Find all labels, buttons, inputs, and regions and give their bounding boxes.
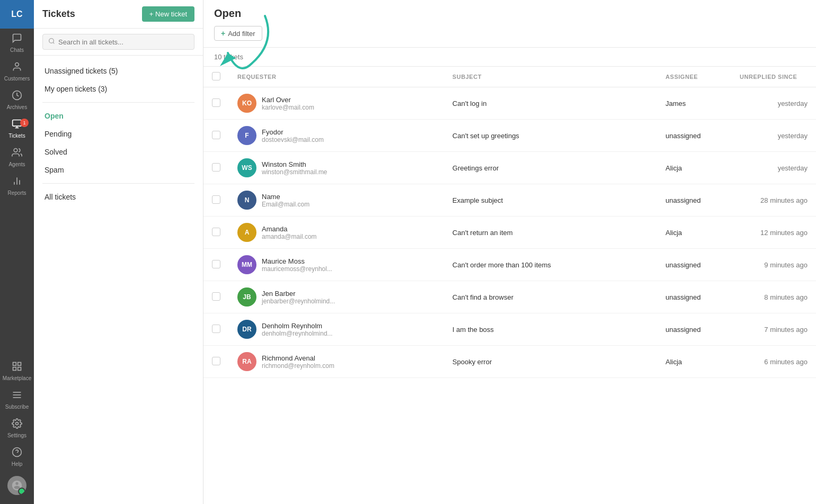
select-all-checkbox[interactable] [212, 72, 220, 80]
nav-label-subscribe: Subscribe [5, 404, 29, 410]
left-nav: LC Chats Customers Archives 1 Tickets [0, 0, 34, 504]
nav-item-settings[interactable]: Settings [0, 414, 34, 443]
header-unreplied: UNREPLIED SINCE [731, 67, 816, 87]
user-avatar [7, 476, 26, 495]
row-checkbox[interactable] [212, 228, 220, 236]
nav-label-reports: Reports [7, 190, 26, 196]
svg-point-16 [16, 422, 19, 425]
nav-item-help[interactable]: Help [0, 443, 34, 471]
nav-item-marketplace[interactable]: Marketplace [0, 357, 34, 385]
requester-name: Maurice Moss [262, 257, 332, 265]
row-subject: Can't log in [444, 87, 657, 120]
header-subject: SUBJECT [444, 67, 657, 87]
requester-email: mauricemoss@reynhol... [262, 265, 332, 273]
table-row[interactable]: WS Winston Smith winston@smithmail.me Gr… [203, 152, 816, 184]
row-requester: A Amanda amanda@mail.com [229, 217, 444, 249]
row-subject: Can't set up greetings [444, 120, 657, 152]
requester-avatar: MM [237, 255, 256, 274]
tickets-tbody: KO Karl Over karlove@mail.com Can't log … [203, 87, 816, 378]
requester-avatar: N [237, 191, 256, 210]
table-row[interactable]: A Amanda amanda@mail.com Can't return an… [203, 217, 816, 249]
row-requester: DR Denholm Reynholm denholm@reynholmind.… [229, 313, 444, 346]
row-checkbox[interactable] [212, 163, 220, 172]
reports-icon [12, 176, 22, 189]
requester-info: Denholm Reynholm denholm@reynholmind... [262, 322, 333, 337]
requester-avatar: F [237, 126, 256, 145]
requester-avatar: KO [237, 94, 256, 113]
nav-label-settings: Settings [7, 433, 26, 439]
requester-info: Name Email@mail.com [262, 193, 309, 208]
sidebar-item-pending-label: Pending [45, 130, 72, 138]
requester-name: Name [262, 193, 309, 201]
table-row[interactable]: F Fyodor dostoevski@mail.com Can't set u… [203, 120, 816, 152]
add-filter-button[interactable]: + Add filter [214, 26, 262, 41]
table-row[interactable]: MM Maurice Moss mauricemoss@reynhol... C… [203, 249, 816, 281]
user-avatar-nav[interactable] [0, 471, 34, 500]
table-row[interactable]: RA Richmond Avenal richmond@reynholm.com… [203, 346, 816, 378]
search-icon [48, 38, 55, 46]
row-checkbox[interactable] [212, 98, 220, 107]
requester-name: Denholm Reynholm [262, 322, 333, 330]
nav-item-reports[interactable]: Reports [0, 172, 34, 200]
new-ticket-button[interactable]: + New ticket [142, 6, 194, 22]
requester-email: winston@smithmail.me [262, 168, 327, 176]
nav-item-agents[interactable]: Agents [0, 143, 34, 172]
svg-rect-9 [13, 362, 16, 365]
header-checkbox-col [203, 67, 229, 87]
add-filter-label: Add filter [228, 30, 255, 38]
table-row[interactable]: N Name Email@mail.com Example subject un… [203, 184, 816, 217]
search-input[interactable] [58, 38, 189, 46]
nav-item-tickets[interactable]: 1 Tickets [0, 114, 34, 143]
requester-info: Amanda amanda@mail.com [262, 225, 317, 240]
table-row[interactable]: DR Denholm Reynholm denholm@reynholmind.… [203, 313, 816, 346]
row-unreplied: 12 minutes ago [731, 217, 816, 249]
requester-avatar: A [237, 223, 256, 242]
row-checkbox[interactable] [212, 325, 220, 333]
row-checkbox-cell [203, 346, 229, 378]
requester-name: Jen Barber [262, 290, 335, 298]
row-unreplied: yesterday [731, 120, 816, 152]
sidebar-title: Tickets [42, 8, 75, 20]
customers-icon [12, 61, 22, 75]
sidebar-item-solved[interactable]: Solved [34, 143, 203, 161]
sidebar-item-unassigned[interactable]: Unassigned tickets (5) [34, 62, 203, 80]
nav-item-customers[interactable]: Customers [0, 57, 34, 86]
sidebar-item-open-label: Open [45, 112, 64, 120]
add-filter-plus-icon: + [221, 29, 225, 38]
row-assignee: Alicja [657, 346, 731, 378]
row-checkbox[interactable] [212, 195, 220, 204]
nav-items: Chats Customers Archives 1 Tickets Age [0, 29, 34, 357]
requester-avatar: JB [237, 287, 256, 307]
row-checkbox-cell [203, 120, 229, 152]
sidebar-header: Tickets + New ticket [34, 0, 203, 29]
help-icon [12, 447, 22, 460]
table-row[interactable]: JB Jen Barber jenbarber@reynholmind... C… [203, 281, 816, 313]
sidebar-item-pending[interactable]: Pending [34, 125, 203, 143]
svg-rect-12 [13, 367, 16, 370]
row-requester: F Fyodor dostoevski@mail.com [229, 120, 444, 152]
nav-item-archives[interactable]: Archives [0, 86, 34, 114]
row-requester: RA Richmond Avenal richmond@reynholm.com [229, 346, 444, 378]
sidebar-item-all[interactable]: All tickets [34, 188, 203, 206]
row-requester: KO Karl Over karlove@mail.com [229, 87, 444, 120]
row-checkbox[interactable] [212, 357, 220, 365]
nav-label-agents: Agents [8, 161, 25, 168]
sidebar-item-spam[interactable]: Spam [34, 161, 203, 179]
table-header: REQUESTER SUBJECT ASSIGNEE UNREPLIED SIN… [203, 67, 816, 87]
row-checkbox-cell [203, 217, 229, 249]
sidebar-item-my-open[interactable]: My open tickets (3) [34, 80, 203, 98]
row-checkbox[interactable] [212, 292, 220, 301]
nav-item-chats[interactable]: Chats [0, 29, 34, 57]
row-checkbox[interactable] [212, 260, 220, 268]
table-row[interactable]: KO Karl Over karlove@mail.com Can't log … [203, 87, 816, 120]
sidebar-divider-2 [42, 183, 194, 184]
sidebar: Tickets + New ticket Unassigned tickets … [34, 0, 203, 504]
nav-item-subscribe[interactable]: Subscribe [0, 385, 34, 414]
row-subject: I am the boss [444, 313, 657, 346]
requester-email: denholm@reynholmind... [262, 330, 333, 337]
row-checkbox[interactable] [212, 131, 220, 139]
unreplied-time: 12 minutes ago [760, 229, 808, 237]
sidebar-item-open[interactable]: Open [34, 107, 203, 125]
nav-label-archives: Archives [7, 104, 27, 111]
row-assignee: unassigned [657, 281, 731, 313]
